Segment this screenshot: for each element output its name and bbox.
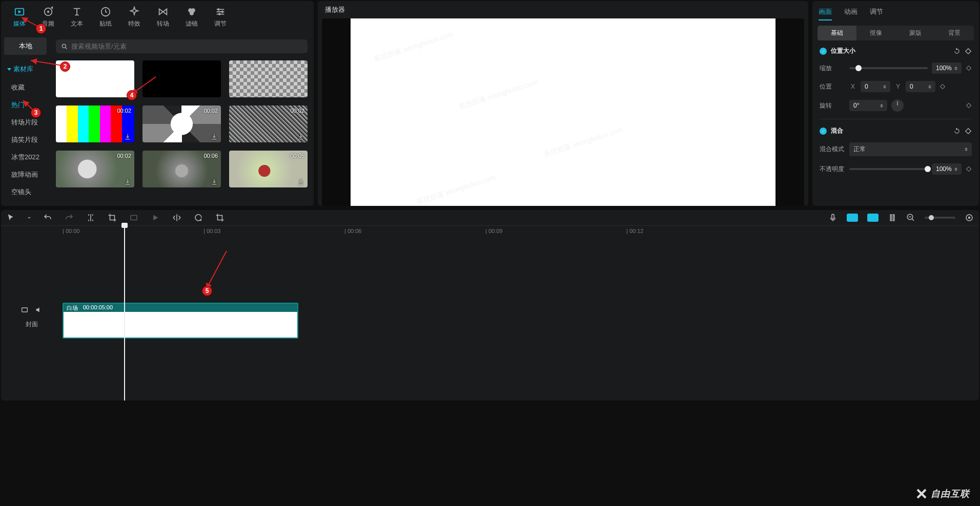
opacity-value[interactable]: 100% bbox=[932, 163, 962, 175]
zoom-slider[interactable] bbox=[925, 217, 955, 219]
checkbox-on-icon[interactable] bbox=[820, 128, 827, 135]
inspector-subtab[interactable]: 抠像 bbox=[856, 26, 895, 40]
search-icon bbox=[61, 43, 68, 50]
media-thumbnail[interactable]: 00:02 bbox=[142, 106, 221, 142]
music-disc-icon bbox=[43, 6, 54, 17]
crop2-icon[interactable] bbox=[215, 213, 224, 222]
annotation-badge: 2 bbox=[60, 61, 70, 72]
watermark: 自由互联 bbox=[915, 488, 970, 500]
columns-icon[interactable] bbox=[888, 213, 897, 222]
speed-icon[interactable] bbox=[151, 213, 160, 222]
search-input[interactable] bbox=[71, 43, 302, 50]
inspector-tab[interactable]: 调节 bbox=[870, 4, 883, 20]
inspector-tab[interactable]: 动画 bbox=[844, 4, 858, 20]
side-cat-favorites[interactable]: 收藏 bbox=[4, 79, 47, 96]
player-canvas[interactable]: 系统部落 xitongbuluo.com 系统部落 xitongbuluo.co… bbox=[322, 18, 804, 206]
sliders-icon bbox=[215, 6, 226, 17]
download-icon[interactable] bbox=[211, 178, 218, 185]
top-tab-sticker[interactable]: 贴纸 bbox=[91, 4, 120, 32]
inspector-tab[interactable]: 画面 bbox=[819, 4, 832, 20]
blend-mode-select[interactable]: 正常 bbox=[849, 142, 972, 156]
duration-badge: 00:05 bbox=[290, 153, 304, 159]
keyframe-icon[interactable] bbox=[966, 65, 972, 71]
side-cat-winter2022[interactable]: 冰雪2022 bbox=[4, 149, 47, 166]
ruler-mark: | 00:12 bbox=[626, 228, 643, 234]
keyframe-icon[interactable] bbox=[965, 128, 972, 135]
tool-dropdown[interactable] bbox=[28, 217, 31, 219]
download-icon[interactable] bbox=[211, 133, 218, 140]
keyframe-icon[interactable] bbox=[965, 48, 972, 55]
inspector-tabs: 画面动画调节 bbox=[812, 1, 979, 20]
scale-row: 缩放 100% bbox=[820, 62, 972, 74]
position-y[interactable]: 0 bbox=[906, 81, 935, 92]
crop-icon[interactable] bbox=[108, 213, 117, 222]
track-toggle-b[interactable] bbox=[867, 214, 879, 222]
split-icon[interactable] bbox=[86, 213, 95, 222]
undo-icon[interactable] bbox=[43, 213, 52, 222]
top-tab-effects[interactable]: 特效 bbox=[120, 4, 149, 32]
annotation-badge: 5 bbox=[202, 286, 212, 296]
keyframe-icon[interactable] bbox=[966, 166, 972, 172]
top-tab-text[interactable]: 文本 bbox=[63, 4, 91, 32]
redo-icon[interactable] bbox=[65, 213, 74, 222]
reset-icon[interactable] bbox=[953, 48, 961, 55]
playhead[interactable] bbox=[124, 226, 125, 400]
opacity-slider[interactable] bbox=[849, 168, 928, 170]
media-thumbnail[interactable]: 00:06 bbox=[142, 151, 221, 187]
top-tab-transition[interactable]: 转场 bbox=[149, 4, 177, 32]
zoom-fit-icon[interactable] bbox=[965, 213, 974, 222]
mic-icon[interactable] bbox=[828, 213, 838, 222]
reset-icon[interactable] bbox=[953, 128, 961, 135]
top-tab-adjust[interactable]: 调节 bbox=[206, 4, 235, 32]
side-cat-library[interactable]: 素材库 bbox=[4, 60, 47, 78]
timeline-tracks[interactable]: 白场 00:00:05:00 bbox=[63, 236, 979, 400]
side-cat-glitch[interactable]: 故障动画 bbox=[4, 166, 47, 183]
play-rect-icon bbox=[14, 6, 25, 17]
download-icon[interactable] bbox=[124, 178, 131, 185]
scale-slider[interactable] bbox=[849, 67, 928, 69]
mirror-icon[interactable] bbox=[172, 213, 181, 222]
scale-value[interactable]: 100% bbox=[932, 62, 962, 74]
side-cat-local[interactable]: 本地 bbox=[4, 37, 47, 55]
cover-button[interactable]: 封面 bbox=[21, 318, 43, 331]
rotation-row: 旋转 0° bbox=[820, 99, 972, 112]
media-thumbnail[interactable] bbox=[229, 60, 308, 97]
download-icon[interactable] bbox=[297, 178, 304, 185]
media-thumbnail[interactable] bbox=[142, 60, 221, 97]
media-thumbnail[interactable]: 00:02 bbox=[56, 106, 134, 142]
text-t-icon bbox=[71, 6, 83, 17]
duration-badge: 00:02 bbox=[117, 108, 131, 114]
preview-frame: 系统部落 xitongbuluo.com 系统部落 xitongbuluo.co… bbox=[351, 18, 775, 206]
side-cat-transition-clips[interactable]: 转场片段 bbox=[4, 114, 47, 131]
timeline-clip[interactable]: 白场 00:00:05:00 bbox=[63, 303, 298, 339]
media-thumbnail[interactable]: 00:05 bbox=[229, 151, 308, 187]
rect-tool-icon[interactable] bbox=[129, 213, 138, 222]
search-bar[interactable] bbox=[56, 39, 308, 53]
inspector-subtab[interactable]: 蒙版 bbox=[896, 26, 935, 40]
zoom-out-icon[interactable] bbox=[906, 213, 915, 222]
position-x[interactable]: 0 bbox=[861, 81, 890, 92]
media-thumbnail[interactable]: 00:02 bbox=[56, 151, 134, 187]
rotation-value[interactable]: 0° bbox=[849, 100, 887, 111]
duration-badge: 00:02 bbox=[117, 153, 131, 159]
mute-track-icon[interactable] bbox=[35, 306, 43, 314]
keyframe-icon[interactable] bbox=[940, 83, 946, 90]
lock-track-icon[interactable] bbox=[21, 306, 29, 314]
inspector-subtab[interactable]: 基础 bbox=[818, 26, 856, 40]
track-toggle-a[interactable] bbox=[847, 214, 858, 222]
top-tab-media[interactable]: 媒体 bbox=[5, 4, 34, 32]
keyframe-icon[interactable] bbox=[966, 102, 972, 109]
timeline-ruler[interactable]: | 00:00| 00:03| 00:06| 00:09| 00:12 bbox=[1, 226, 979, 236]
inspector-subtab[interactable]: 背景 bbox=[935, 26, 974, 40]
top-tab-filter[interactable]: 滤镜 bbox=[177, 4, 206, 32]
checkbox-on-icon[interactable] bbox=[820, 48, 827, 55]
side-cat-empty[interactable]: 空镜头 bbox=[4, 183, 47, 201]
cursor-tool-icon[interactable] bbox=[6, 213, 15, 222]
side-cat-funny[interactable]: 搞笑片段 bbox=[4, 131, 47, 149]
section-position-size: 位置大小 bbox=[820, 47, 972, 55]
rotation-dial[interactable] bbox=[891, 99, 904, 112]
download-icon[interactable] bbox=[124, 133, 131, 140]
rotate-icon[interactable] bbox=[194, 213, 203, 222]
media-thumbnail[interactable]: 00:02 bbox=[229, 106, 308, 142]
download-icon[interactable] bbox=[297, 133, 304, 140]
